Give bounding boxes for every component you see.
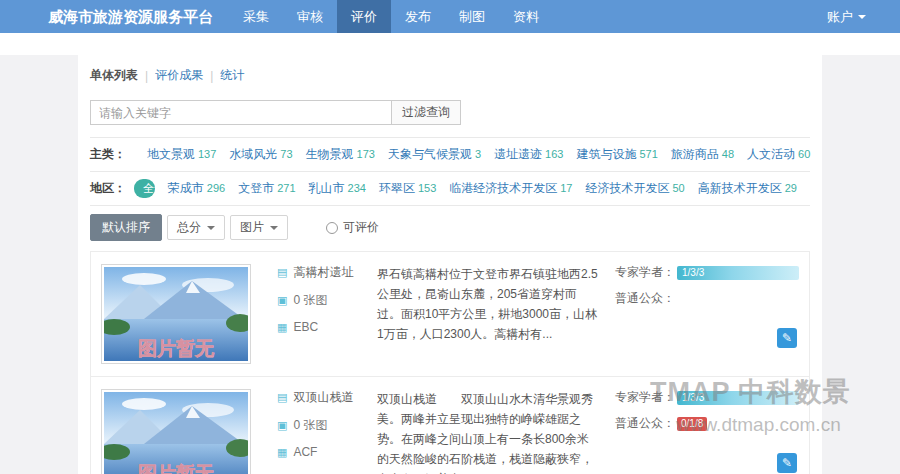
filter-option-count: 29: [785, 182, 797, 194]
nav-item-publish[interactable]: 发布: [391, 0, 445, 33]
tab-single-list[interactable]: 单体列表: [90, 67, 138, 84]
evaluable-label: 可评价: [343, 219, 379, 236]
filter-all-label: 全部: [134, 179, 155, 198]
filter-option-label: 乳山市: [309, 181, 345, 195]
item-description: 界石镇蒿耩村位于文登市界石镇驻地西2.5公里处，昆嵛山东麓，205省道穿村而过。…: [377, 264, 601, 364]
filter-query-button[interactable]: 过滤查询: [391, 100, 461, 125]
photo-count: 0 张图: [293, 417, 327, 434]
filter-option[interactable]: 乳山市234: [309, 180, 366, 197]
caret-down-icon: [207, 226, 215, 230]
expert-score-label: 专家学者：: [615, 264, 677, 281]
account-menu[interactable]: 账户: [827, 0, 866, 33]
filter-option-count: 48: [722, 148, 734, 160]
filter-option[interactable]: 遗址遗迹163: [494, 146, 563, 163]
filter-option-label: 遗址遗迹: [494, 147, 542, 161]
filter-option-label: 荣成市: [168, 181, 204, 195]
filter-option-label: 高新技术开发区: [698, 181, 782, 195]
filter-option[interactable]: 生物景观173: [306, 146, 375, 163]
item-code: EBC: [293, 320, 318, 334]
item-name-link[interactable]: 双顶山栈道: [293, 389, 353, 406]
filter-option-label: 经济技术开发区: [586, 181, 670, 195]
nav-item-review[interactable]: 审核: [283, 0, 337, 33]
filter-option-count: 3: [475, 148, 481, 160]
photo-icon: ▣: [277, 419, 287, 432]
filter-option[interactable]: 地文景观137: [147, 146, 216, 163]
filter-option-label: 文登市: [238, 181, 274, 195]
filter-option-label: 临港经济技术开发区: [449, 181, 557, 195]
score-sort-label: 总分: [177, 219, 201, 236]
filter-option[interactable]: 旅游商品48: [671, 146, 734, 163]
default-sort-button[interactable]: 默认排序: [90, 214, 162, 241]
filter-option[interactable]: 天象与气候景观3: [388, 146, 481, 163]
filter-option[interactable]: 荣成市296: [168, 180, 225, 197]
item-thumbnail[interactable]: 图片暂无: [101, 389, 251, 474]
tag-icon: ▦: [277, 321, 287, 334]
item-description: 双顶山栈道 双顶山山水木清华景观秀美。两峰并立呈现出独特的峥嵘雄踞之势。在两峰之…: [377, 389, 601, 474]
tab-statistics[interactable]: 统计: [220, 67, 244, 84]
expert-score-label: 专家学者：: [615, 389, 677, 406]
filter-option-label: 环翠区: [379, 181, 415, 195]
evaluable-radio[interactable]: 可评价: [326, 219, 379, 236]
radio-circle-icon: [326, 222, 338, 234]
pencil-icon: ✎: [782, 331, 792, 345]
score-sort-button[interactable]: 总分: [167, 215, 225, 240]
edit-button[interactable]: ✎: [777, 328, 797, 348]
item-scores: 专家学者： 1/3/3 普通公众：: [615, 264, 799, 364]
sub-header-strip: [0, 33, 900, 55]
filter-option[interactable]: 临港经济技术开发区17: [449, 180, 572, 197]
resource-list: 图片暂无 ▤ 蒿耩村遗址 ▣ 0 张图 ▦ EBC 界石镇蒿耩村位于文登市界石镇…: [90, 251, 810, 474]
filter-option-label: 地文景观: [147, 147, 195, 161]
filter-label: 地区：: [90, 180, 126, 197]
filter-option-count: 153: [418, 182, 436, 194]
expert-score-bar: 1/3/3: [677, 391, 799, 405]
filter-label: 主类：: [90, 146, 126, 163]
expert-score-bar: 1/3/3: [677, 266, 799, 280]
filter-option[interactable]: 经济技术开发区50: [586, 180, 685, 197]
filter-option[interactable]: 人文活动60: [747, 146, 810, 163]
filter-option-count: 50: [673, 182, 685, 194]
filter-option-count: 296: [207, 182, 225, 194]
keyword-input[interactable]: [90, 100, 392, 125]
filter-option-count: 234: [348, 182, 366, 194]
sort-bar: 默认排序 总分 图片 可评价: [90, 214, 810, 241]
filter-option[interactable]: 环翠区153: [379, 180, 436, 197]
item-thumbnail[interactable]: 图片暂无: [101, 264, 251, 364]
filter-option-label: 人文活动: [747, 147, 795, 161]
tab-evaluation-results[interactable]: 评价成果: [155, 67, 203, 84]
content-card: 单体列表 | 评价成果 | 统计 过滤查询 主类： 全部 1266 地文景观13…: [78, 55, 822, 474]
nav-item-collect[interactable]: 采集: [229, 0, 283, 33]
picture-sort-button[interactable]: 图片: [230, 215, 288, 240]
photo-count: 0 张图: [293, 292, 327, 309]
item-info: ▤ 蒿耩村遗址 ▣ 0 张图 ▦ EBC: [277, 264, 377, 364]
no-image-text: 图片暂无: [138, 463, 215, 474]
placeholder-image: 图片暂无: [104, 392, 248, 474]
list-item: 图片暂无 ▤ 双顶山栈道 ▣ 0 张图 ▦ ACF 双顶山栈道 双顶山山水木清华…: [91, 376, 809, 474]
nav-item-mapping[interactable]: 制图: [445, 0, 499, 33]
item-name-link[interactable]: 蒿耩村遗址: [293, 264, 353, 281]
filter-option[interactable]: 建筑与设施571: [576, 146, 657, 163]
photo-icon: ▣: [277, 294, 287, 307]
filter-option[interactable]: 水域风光73: [229, 146, 292, 163]
navbar: 威海市旅游资源服务平台 采集 审核 评价 发布 制图 资料 账户: [0, 0, 900, 33]
filter-option-count: 173: [357, 148, 375, 160]
tab-separator: |: [210, 69, 213, 83]
building-icon: ▤: [277, 391, 287, 404]
view-tabs: 单体列表 | 评价成果 | 统计: [90, 67, 810, 84]
filter-all-badge[interactable]: 全部 1266: [134, 179, 155, 198]
placeholder-image: 图片暂无: [104, 267, 248, 361]
filter-option[interactable]: 高新技术开发区29: [698, 180, 797, 197]
tab-separator: |: [145, 69, 148, 83]
nav-item-material[interactable]: 资料: [499, 0, 553, 33]
nav-item-evaluate[interactable]: 评价: [337, 0, 391, 33]
caret-down-icon: [270, 226, 278, 230]
filter-row-region: 地区： 全部 1266 荣成市296 文登市271 乳山市234 环翠区153 …: [90, 172, 810, 206]
filter-option-count: 60: [798, 148, 810, 160]
filter-option[interactable]: 文登市271: [238, 180, 295, 197]
filter-option-count: 271: [277, 182, 295, 194]
filter-row-category: 主类： 全部 1266 地文景观137 水域风光73 生物景观173 天象与气候…: [90, 138, 810, 172]
app-title: 威海市旅游资源服务平台: [48, 0, 213, 33]
item-scores: 专家学者： 1/3/3 普通公众： 0/1/8: [615, 389, 799, 474]
filter-option-label: 生物景观: [306, 147, 354, 161]
edit-button[interactable]: ✎: [777, 453, 797, 473]
filter-option-count: 163: [545, 148, 563, 160]
